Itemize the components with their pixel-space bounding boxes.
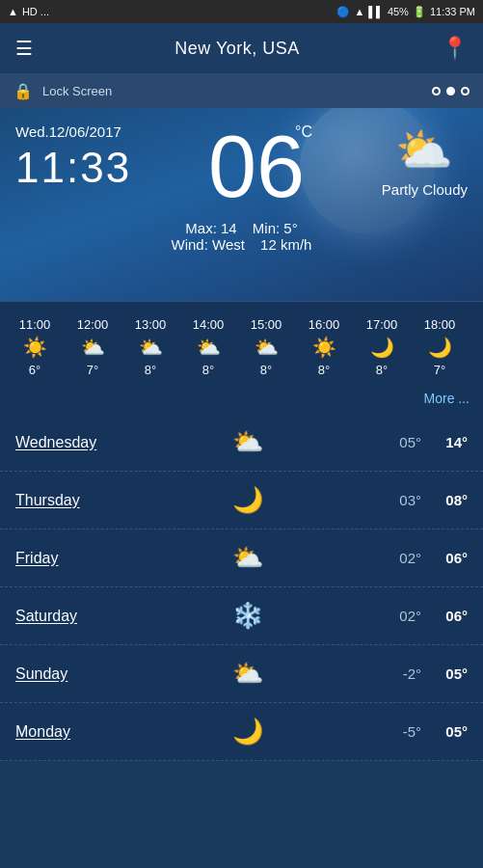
status-left: ▲ HD ...: [8, 6, 49, 17]
hour-icon: ☀️: [23, 336, 47, 359]
date-label: Wed.12/06/2017: [15, 123, 131, 140]
daily-row: Monday 🌙 -5° 05°: [0, 703, 483, 761]
day-min: 02°: [363, 550, 421, 566]
day-name[interactable]: Wednesday: [15, 434, 131, 451]
hour-temp: 6°: [29, 363, 40, 377]
hour-item: 16:00 ☀️ 8°: [297, 315, 351, 379]
day-max: 14°: [421, 434, 468, 450]
page-dots: [432, 87, 470, 95]
day-max: 05°: [421, 665, 468, 682]
daily-section: Wednesday ⛅ 05° 14° Thursday 🌙 03° 08° F…: [0, 414, 483, 761]
more-link[interactable]: More ...: [0, 387, 483, 414]
hour-time: 12:00: [77, 317, 109, 332]
hour-temp: 8°: [376, 363, 388, 377]
hour-item: 13:00 ⛅ 8°: [123, 315, 177, 379]
status-bar: ▲ HD ... 🔵 ▲ ▌▌ 45% 🔋 11:33 PM: [0, 0, 483, 23]
day-max: 06°: [421, 608, 468, 624]
day-min: 03°: [363, 492, 421, 508]
day-icon: ❄️: [131, 601, 363, 631]
hour-time: 15:00: [251, 317, 282, 332]
hour-temp: 8°: [145, 363, 156, 377]
dot-2[interactable]: [446, 87, 455, 95]
hour-item: 12:00 ⛅ 7°: [66, 315, 120, 379]
lock-screen-bar: 🔒 Lock Screen: [0, 73, 483, 108]
battery-label: 45%: [388, 6, 409, 17]
hd-label: HD ...: [22, 6, 49, 17]
temperature-section: °C 06: [208, 123, 305, 210]
dot-3[interactable]: [461, 87, 470, 95]
hour-item: 11:00 ☀️ 6°: [8, 315, 62, 379]
min-temp: Min: 5°: [253, 220, 298, 236]
status-right: 🔵 ▲ ▌▌ 45% 🔋 11:33 PM: [336, 6, 475, 18]
lock-label: Lock Screen: [42, 84, 112, 98]
day-icon: ⛅: [131, 427, 363, 457]
time-label: 11:33 PM: [430, 6, 475, 17]
max-temp: Max: 14: [185, 220, 236, 236]
date-time-section: Wed.12/06/2017 11:33: [15, 123, 131, 192]
day-name[interactable]: Sunday: [15, 665, 131, 683]
battery-icon: 🔋: [413, 6, 426, 18]
weather-main-card: Wed.12/06/2017 11:33 °C 06 ⛅ Partly Clou…: [0, 108, 483, 301]
hour-temp: 8°: [260, 363, 272, 377]
hour-item: 15:00 ⛅ 8°: [239, 315, 293, 379]
city-title: New York, USA: [174, 39, 300, 59]
hour-temp: 7°: [434, 363, 445, 377]
hour-icon: ⛅: [81, 336, 105, 359]
day-name[interactable]: Saturday: [15, 608, 131, 625]
hour-time: 16:00: [309, 317, 340, 332]
hour-time: 17:00: [366, 317, 398, 332]
temp-value: 06: [208, 123, 305, 210]
hour-icon: ⛅: [255, 336, 279, 359]
hour-icon: ☀️: [312, 336, 336, 359]
day-min: -2°: [363, 665, 421, 682]
hour-time: 18:00: [424, 317, 456, 332]
signal-bars: ▌▌: [368, 6, 384, 17]
day-min: 05°: [363, 434, 421, 450]
signal-icon: ▲: [8, 6, 18, 17]
dot-1[interactable]: [432, 87, 441, 95]
hour-time: 14:00: [193, 317, 225, 332]
daily-row: Saturday ❄️ 02° 06°: [0, 587, 483, 645]
day-icon: ⛅: [131, 659, 363, 689]
hour-temp: 8°: [318, 363, 330, 377]
hour-item: 14:00 ⛅ 8°: [181, 315, 235, 379]
day-icon: 🌙: [131, 717, 363, 746]
day-name[interactable]: Thursday: [15, 492, 131, 509]
daily-row: Friday ⛅ 02° 06°: [0, 529, 483, 587]
hour-temp: 7°: [87, 363, 98, 377]
hour-icon: ⛅: [197, 336, 221, 359]
hour-time: 13:00: [135, 317, 167, 332]
day-name[interactable]: Monday: [15, 723, 131, 741]
temp-unit: °C: [295, 123, 312, 141]
day-min: -5°: [363, 723, 421, 740]
hourly-scroll[interactable]: 11:00 ☀️ 6° 12:00 ⛅ 7° 13:00 ⛅ 8° 14:00 …: [0, 312, 483, 387]
hour-icon: 🌙: [428, 336, 452, 359]
day-min: 02°: [363, 608, 421, 624]
day-icon: ⛅: [131, 543, 363, 573]
app-header: ☰ New York, USA 📍: [0, 23, 483, 73]
hour-temp: 8°: [202, 363, 214, 377]
hour-icon: ⛅: [139, 336, 163, 359]
daily-row: Wednesday ⛅ 05° 14°: [0, 414, 483, 472]
wind-speed: 12 km/h: [260, 236, 311, 253]
lock-icon: 🔒: [13, 82, 33, 100]
wind-label: Wind: West: [172, 236, 245, 253]
moon-background: [300, 108, 435, 233]
wifi-icon: ▲: [354, 6, 364, 17]
daily-row: Thursday 🌙 03° 08°: [0, 472, 483, 529]
hour-item: 18:00 🌙 7°: [413, 315, 467, 379]
day-max: 05°: [421, 723, 468, 740]
bluetooth-icon: 🔵: [336, 6, 350, 18]
menu-button[interactable]: ☰: [15, 37, 33, 60]
hourly-section: 11:00 ☀️ 6° 12:00 ⛅ 7° 13:00 ⛅ 8° 14:00 …: [0, 301, 483, 414]
current-time: 11:33: [15, 144, 131, 192]
location-button[interactable]: 📍: [442, 36, 468, 61]
day-max: 08°: [421, 492, 468, 508]
day-name[interactable]: Friday: [15, 550, 131, 567]
hour-item: 17:00 🌙 8°: [355, 315, 409, 379]
day-icon: 🌙: [131, 485, 363, 515]
daily-row: Sunday ⛅ -2° 05°: [0, 645, 483, 703]
hour-icon: 🌙: [370, 336, 394, 359]
day-max: 06°: [421, 550, 468, 566]
hour-time: 11:00: [19, 317, 51, 332]
